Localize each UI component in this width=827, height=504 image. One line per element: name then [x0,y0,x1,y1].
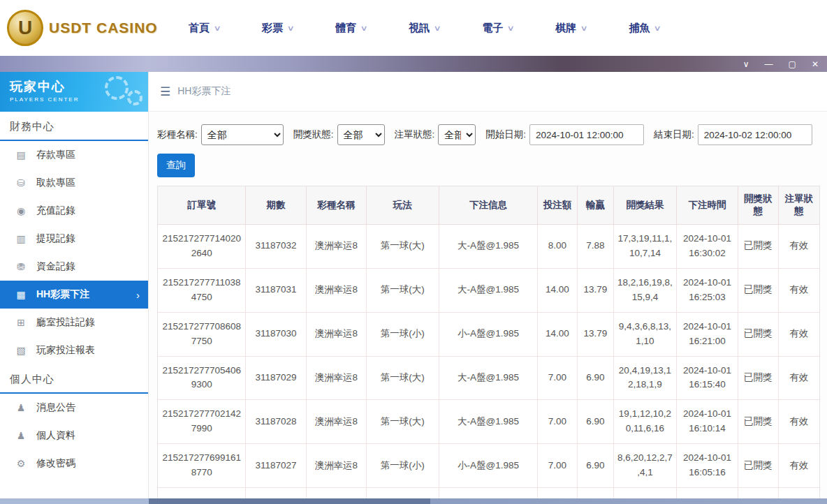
table-cell: 有效 [778,400,819,444]
sidebar-item-change-password[interactable]: ⚙ 修改密碼 [0,450,148,477]
table-cell: -7.00 [577,488,613,498]
menu-toggle-icon[interactable]: ☰ [160,84,170,99]
table-cell: 澳洲幸运8 [306,356,366,400]
sidebar-item-label: 個人資料 [36,429,75,442]
sidebar-item-room-bet-record[interactable]: ⊞ 廳室投註記錄 [0,309,148,336]
nav-label: 捕魚 [629,22,650,35]
breadcrumb: ☰ HH彩票下注 [149,72,827,112]
table-row: 215217277705406930031187029澳洲幸运8第一球(大)大-… [158,356,819,400]
main-menu: 首頁 ∨ 彩票 ∨ 體育 ∨ 視訊 ∨ 電子 ∨ 棋牌 ∨ [189,22,660,35]
chevron-down-icon: ∨ [654,24,661,33]
table-cell: 有效 [778,356,819,400]
table-cell: 澳洲幸运8 [306,488,366,498]
content-area: 彩種名稱: 全部 開獎狀態: 全部 注單狀態: 全 [149,112,827,498]
table-cell: 8,6,20,12,2,7,4,1 [613,444,676,488]
end-date-input[interactable] [698,124,812,145]
window-titlebar: ∨ — ▢ ✕ [0,56,827,72]
nav-label: 電子 [482,22,503,35]
table-cell: 已開獎 [738,225,778,269]
password-icon: ⚙ [15,458,27,469]
col-play-type: 玩法 [366,186,439,225]
table-body: 215217277714020264031187032澳洲幸运8第一球(大)大-… [158,225,819,499]
sidebar-item-label: 廳室投註記錄 [36,316,95,329]
table-cell: 2152172777021427990 [158,400,246,444]
sidebar-item-deposit[interactable]: ▤ 存款專區 [0,141,148,169]
window-controls: ∨ — ▢ ✕ [743,60,819,68]
table-cell: 有效 [778,444,819,488]
window-close-button[interactable]: ✕ [812,60,819,68]
table-cell: 已開獎 [738,400,778,444]
window-expand-button[interactable]: ∨ [743,60,749,68]
nav-item-slots[interactable]: 電子 ∨ [482,22,513,35]
bet-status-select[interactable]: 全部 [438,124,476,145]
sidebar-item-label: 消息公告 [36,401,75,414]
sidebar-item-profile[interactable]: ♟ 個人資料 [0,422,148,450]
table-cell: 大-A盤@1.985 [439,356,537,400]
top-navigation: U USDT CASINO 首頁 ∨ 彩票 ∨ 體育 ∨ 視訊 ∨ 電子 ∨ [0,0,827,56]
sidebar-item-withdraw[interactable]: ⛁ 取款專區 [0,169,148,197]
brand-logo[interactable]: U USDT CASINO [7,10,168,46]
main-content: ☰ HH彩票下注 彩種名稱: 全部 開獎狀態: 全部 [149,72,827,498]
sidebar-item-funds-record[interactable]: ⛃ 資金記錄 [0,253,148,281]
table-cell: 已開獎 [738,268,778,312]
table-cell: 2024-10-01 16:15:40 [676,356,738,400]
table-cell: 7.00 [538,400,578,444]
draw-status-select[interactable]: 全部 [337,124,385,145]
sidebar-item-label: 取款專區 [36,177,75,189]
start-date-input[interactable] [529,124,644,145]
nav-item-home[interactable]: 首頁 ∨ [189,22,220,35]
window-maximize-button[interactable]: ▢ [789,60,796,68]
casino-chip-icon [127,90,142,105]
sidebar-item-player-report[interactable]: ▧ 玩家投注報表 [0,336,148,364]
bets-table-container: 訂單號 期數 彩種名稱 玩法 下注信息 投注額 輸贏 開獎結果 下注時間 開獎狀… [157,186,820,498]
nav-item-sports[interactable]: 體育 ∨ [335,22,367,35]
players-center-banner: 玩家中心 PLAYERS CENTER [0,72,148,112]
table-cell: 31187031 [246,268,306,312]
sidebar-item-cashout-record[interactable]: ▥ 提現記錄 [0,225,148,253]
table-cell: 已開獎 [738,356,778,400]
casino-chip-icon [105,76,129,100]
player-report-icon: ▧ [15,345,27,356]
table-cell: 有效 [778,312,819,356]
sidebar-item-recharge-record[interactable]: ◉ 充值記錄 [0,197,148,225]
nav-item-video[interactable]: 視訊 ∨ [409,22,440,35]
nav-label: 首頁 [189,22,210,35]
sidebar-item-label: 資金記錄 [36,260,75,273]
table-cell: 小-A盤@1.985 [439,312,537,356]
funds-record-icon: ⛃ [15,261,27,272]
table-cell: 澳洲幸运8 [306,400,366,444]
table-cell: 9,4,3,6,8,13,1,10 [613,312,676,356]
bet-status-label: 注單狀態: [395,128,435,141]
query-button[interactable]: 查詢 [157,154,195,177]
table-cell: 7.00 [538,444,578,488]
table-cell: 已開獎 [738,488,778,498]
table-cell: 2024-10-01 16:25:03 [676,268,738,312]
table-cell: 澳洲幸运8 [306,225,366,269]
sidebar-item-announcements[interactable]: ♟ 消息公告 [0,394,148,422]
nav-item-cards[interactable]: 棋牌 ∨ [555,22,587,35]
table-cell: 第一球(大) [366,356,439,400]
table-cell: 2024-10-01 16:30:02 [676,225,738,269]
section-personal-center: 個人中心 [0,364,148,394]
table-cell: 31187032 [246,225,306,269]
table-cell: 19,4,5,15,3,14,1,2 [613,488,676,498]
table-cell: 第一球(小) [366,488,439,498]
table-cell: 6.90 [577,356,613,400]
table-cell: 有效 [778,268,819,312]
chevron-down-icon: ∨ [360,24,368,33]
table-cell: 7.00 [538,356,578,400]
nav-item-lottery[interactable]: 彩票 ∨ [262,22,293,35]
cashout-record-icon: ▥ [15,233,27,244]
table-cell: 31187026 [246,488,306,498]
start-date-label: 開始日期: [485,128,526,141]
table-cell: 有效 [778,488,819,498]
table-cell: 大-A盤@1.985 [439,268,537,312]
window-minimize-button[interactable]: — [765,60,773,68]
sidebar-item-hh-lottery-bets[interactable]: ▦ HH彩票下注 › [0,281,148,309]
table-cell: 澳洲幸运8 [306,268,366,312]
section-finance-center: 財務中心 [0,112,148,141]
nav-item-fishing[interactable]: 捕魚 ∨ [629,22,660,35]
lottery-name-select[interactable]: 全部 [201,124,284,145]
sidebar-item-label: 充值記錄 [36,205,75,217]
horizontal-scrollbar[interactable] [0,498,827,504]
